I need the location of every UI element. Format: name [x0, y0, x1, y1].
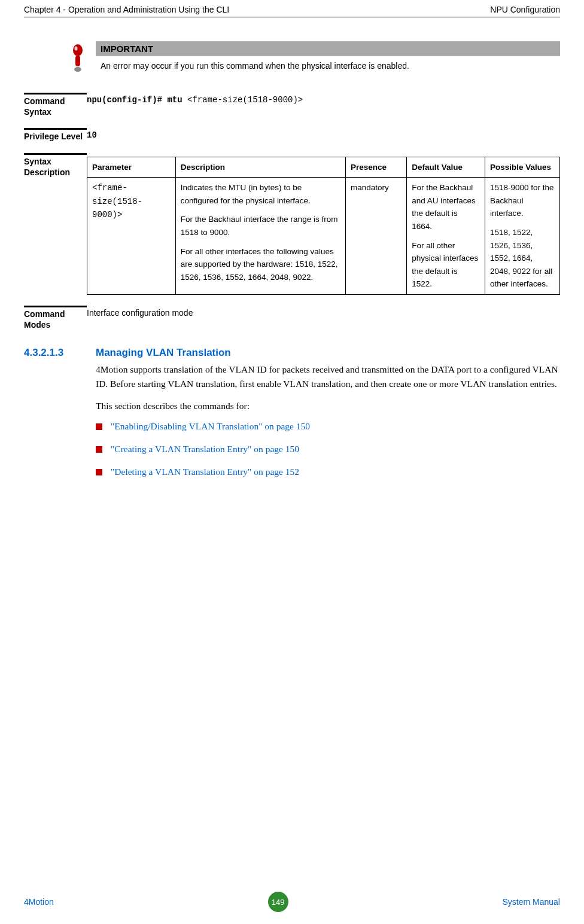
link-text[interactable]: "Enabling/Disabling VLAN Translation" on…	[111, 421, 310, 432]
command-syntax-arg: <frame-size(1518-9000)>	[187, 95, 303, 105]
page-content: IMPORTANT An error may occur if you run …	[24, 17, 560, 477]
section-paragraph-2: This section describes the commands for:	[96, 399, 560, 413]
header-section: NPU Configuration	[490, 5, 560, 14]
command-modes-row: Command Modes Interface configuration mo…	[24, 306, 560, 330]
svg-point-3	[75, 47, 78, 51]
th-possible-values: Possible Values	[485, 157, 559, 178]
td-possible-p2: 1518, 1522, 1526, 1536, 1552, 1664, 2048…	[490, 226, 555, 291]
important-note: IMPORTANT An error may occur if you run …	[66, 41, 560, 75]
syntax-description-label: Syntax Description	[24, 153, 87, 178]
th-default-value: Default Value	[407, 157, 485, 178]
footer-manual: System Manual	[503, 897, 560, 907]
page-header: Chapter 4 - Operation and Administration…	[24, 0, 560, 17]
privilege-row: Privilege Level 10	[24, 128, 560, 142]
footer-product: 4Motion	[24, 897, 54, 907]
td-description: Indicates the MTU (in bytes) to be confi…	[175, 178, 345, 295]
command-modes-label: Command Modes	[24, 306, 87, 330]
important-icon	[66, 41, 90, 75]
bullet-icon	[96, 469, 102, 475]
link-text[interactable]: "Creating a VLAN Translation Entry" on p…	[111, 444, 299, 455]
svg-point-2	[74, 67, 81, 72]
section-title: Managing VLAN Translation	[96, 347, 231, 359]
syntax-description-row: Syntax Description Parameter Description…	[24, 153, 560, 295]
table-header-row: Parameter Description Presence Default V…	[87, 157, 560, 178]
bullet-icon	[96, 446, 102, 453]
link-text[interactable]: "Deleting a VLAN Translation Entry" on p…	[111, 466, 299, 477]
link-list: "Enabling/Disabling VLAN Translation" on…	[96, 421, 560, 477]
table-row: <frame-size(1518-9000)> Indicates the MT…	[87, 178, 560, 295]
td-parameter: <frame-size(1518-9000)>	[87, 178, 176, 295]
list-item: "Deleting a VLAN Translation Entry" on p…	[96, 466, 560, 477]
th-description: Description	[175, 157, 345, 178]
td-default: For the Backhaul and AU interfaces the d…	[407, 178, 485, 295]
important-body: An error may occur if you run this comma…	[96, 56, 560, 71]
td-default-p1: For the Backhaul and AU interfaces the d…	[412, 181, 480, 233]
page-footer: 4Motion 149 System Manual	[24, 892, 560, 912]
svg-rect-1	[75, 56, 80, 66]
important-label: IMPORTANT	[96, 41, 560, 56]
header-chapter: Chapter 4 - Operation and Administration…	[24, 5, 229, 14]
td-possible-p1: 1518-9000 for the Backhaul interface.	[490, 181, 555, 220]
th-presence: Presence	[345, 157, 406, 178]
section-heading: 4.3.2.1.3 Managing VLAN Translation	[24, 347, 560, 359]
td-desc-p2: For the Backhaul interface the range is …	[181, 213, 340, 239]
command-modes-value: Interface configuration mode	[87, 306, 560, 318]
command-syntax-row: Command Syntax npu(config-if)# mtu <fram…	[24, 93, 560, 117]
th-parameter: Parameter	[87, 157, 176, 178]
command-syntax-bold: npu(config-if)# mtu	[87, 95, 187, 105]
list-item: "Enabling/Disabling VLAN Translation" on…	[96, 421, 560, 432]
td-desc-p3: For all other interfaces the following v…	[181, 245, 340, 284]
command-syntax-value: npu(config-if)# mtu <frame-size(1518-900…	[87, 93, 560, 105]
td-presence: mandatory	[345, 178, 406, 295]
privilege-value: 10	[87, 128, 560, 140]
bullet-icon	[96, 423, 102, 430]
td-default-p2: For all other physical interfaces the de…	[412, 239, 480, 291]
command-syntax-label: Command Syntax	[24, 93, 87, 117]
list-item: "Creating a VLAN Translation Entry" on p…	[96, 444, 560, 455]
syntax-table: Parameter Description Presence Default V…	[87, 157, 560, 295]
section-number: 4.3.2.1.3	[24, 347, 96, 359]
svg-point-0	[73, 44, 83, 56]
td-desc-p1: Indicates the MTU (in bytes) to be confi…	[181, 181, 340, 207]
privilege-label: Privilege Level	[24, 128, 87, 142]
footer-page-number: 149	[268, 892, 288, 912]
section-paragraph-1: 4Motion supports translation of the VLAN…	[96, 362, 560, 391]
td-possible: 1518-9000 for the Backhaul interface. 15…	[485, 178, 559, 295]
